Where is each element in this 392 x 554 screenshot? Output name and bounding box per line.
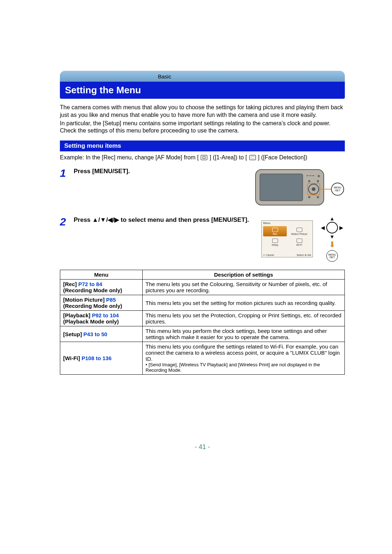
- dpad-down-icon: ▼: [330, 234, 335, 239]
- menu-description: This menu lets you set the setting for m…: [143, 295, 345, 311]
- step-number: 1: [60, 167, 69, 178]
- svg-text:/SET: /SET: [335, 189, 340, 192]
- intro-paragraph-1: The camera comes with menus that allow y…: [60, 104, 345, 119]
- menu-name: [Motion Picture]: [63, 297, 105, 303]
- intro-paragraph-2: In particular, the [Setup] menu contains…: [60, 120, 345, 135]
- dpad-left-icon: ◀: [321, 225, 325, 230]
- menu-description: This menu lets you perform the clock set…: [143, 326, 345, 342]
- section-title: Setting menu items: [60, 140, 345, 151]
- menu-footer-cancel: ↩ Cancel: [263, 254, 274, 257]
- svg-point-6: [308, 196, 310, 198]
- menu-mode-note: (Recording Mode only): [63, 287, 122, 293]
- svg-point-5: [317, 180, 319, 182]
- header-tab-bar: Basic: [60, 71, 345, 82]
- menu-screen-preview: Menu Rec Motion Picture Setup Wi-Fi ↩ Ca…: [261, 220, 313, 257]
- menu-description: This menu lets you configure the setting…: [146, 343, 342, 362]
- menu-note: • [Send Image], [Wireless TV Playback] a…: [146, 362, 342, 373]
- svg-rect-1: [260, 174, 303, 201]
- step-2: 2 Press ▲/▼/◀/▶ to select menu and then …: [60, 216, 345, 262]
- af-1area-icon: [201, 155, 207, 160]
- table-row: [Wi-Fi] P108 to 136 This menu lets you c…: [60, 342, 345, 375]
- svg-point-7: [317, 196, 319, 198]
- page-reference-link[interactable]: P72 to 84: [78, 281, 102, 287]
- menu-name: [Wi-Fi]: [63, 355, 80, 361]
- page-reference-link[interactable]: P85: [106, 297, 116, 303]
- manual-page: Basic Setting the Menu The camera comes …: [60, 71, 345, 375]
- dpad-right-icon: ▶: [339, 225, 343, 230]
- menu-footer-select: Select ⊕ Set: [297, 254, 311, 257]
- table-row: [Rec] P72 to 84 (Recording Mode only) Th…: [60, 280, 345, 295]
- menuset-button-icon: MENU /SET: [326, 250, 338, 262]
- dpad-diagram: ▲ ◀ ▶ ▼ ⬇ MENU /SET: [319, 216, 345, 262]
- menu-cell-wifi: Wi-Fi: [287, 237, 311, 247]
- steps-list: 1 Press [MENU/SET].: [60, 167, 345, 262]
- menu-description: This menu lets you set the Protection, C…: [143, 311, 345, 326]
- page-reference-link[interactable]: P92 to 104: [92, 312, 119, 318]
- menu-cell-setup: Setup: [263, 237, 287, 247]
- menu-name: [Rec]: [63, 281, 77, 287]
- example-line: Example: In the [Rec] menu, change [AF M…: [60, 154, 345, 161]
- dpad-up-icon: ▲: [330, 216, 335, 221]
- svg-point-3: [312, 187, 315, 191]
- menu-preview-header: Menu: [262, 221, 313, 225]
- page-reference-link[interactable]: P43 to 50: [83, 331, 107, 337]
- svg-text:MENU: MENU: [334, 186, 342, 189]
- menu-description: The menu lets you set the Colouring, Sen…: [143, 280, 345, 295]
- dpad-arrows-glyph: ▲/▼/◀/▶: [92, 216, 119, 223]
- camera-illustration: MENU /SET: [255, 167, 345, 209]
- menu-name: [Playback]: [63, 312, 90, 318]
- example-text-mid1: ] ([1-Area]) to [: [209, 154, 247, 161]
- flow-arrow-down-icon: ⬇: [329, 240, 335, 249]
- step-instruction: Press ▲/▼/◀/▶ to select menu and then pr…: [74, 216, 256, 224]
- svg-rect-10: [312, 175, 314, 176]
- menu-cell-motion-picture: Motion Picture: [287, 226, 311, 236]
- menu-mode-note: (Playback Mode only): [63, 318, 119, 325]
- dpad-ring-icon: [326, 222, 338, 233]
- svg-point-11: [318, 175, 320, 177]
- table-header-menu: Menu: [60, 270, 143, 280]
- step-1: 1 Press [MENU/SET].: [60, 167, 345, 209]
- step-number: 2: [60, 216, 69, 227]
- menu-description-table: Menu Description of settings [Rec] P72 t…: [60, 270, 345, 375]
- svg-rect-9: [309, 175, 311, 176]
- af-face-detect-icon: [249, 155, 256, 160]
- table-row: [Motion Picture] P85 (Recording Mode onl…: [60, 295, 345, 311]
- step-instruction: Press [MENU/SET].: [74, 167, 250, 176]
- menu-cell-rec: Rec: [263, 226, 287, 236]
- table-row: [Setup] P43 to 50 This menu lets you per…: [60, 326, 345, 342]
- table-row: [Playback] P92 to 104 (Playback Mode onl…: [60, 311, 345, 326]
- step2-illustration: Menu Rec Motion Picture Setup Wi-Fi ↩ Ca…: [261, 216, 345, 262]
- breadcrumb: Basic: [154, 71, 175, 82]
- page-title: Setting the Menu: [60, 82, 345, 99]
- svg-rect-8: [306, 175, 309, 176]
- example-text-mid2: ] ([Face Detection]): [258, 154, 307, 161]
- page-number: - 41 -: [60, 443, 345, 451]
- page-reference-link[interactable]: P108 to 136: [82, 355, 112, 361]
- example-text-prefix: Example: In the [Rec] menu, change [AF M…: [60, 154, 199, 161]
- table-header-description: Description of settings: [143, 270, 345, 280]
- menu-mode-note: (Recording Mode only): [63, 303, 122, 309]
- menu-name: [Setup]: [63, 331, 82, 337]
- svg-point-4: [308, 180, 310, 182]
